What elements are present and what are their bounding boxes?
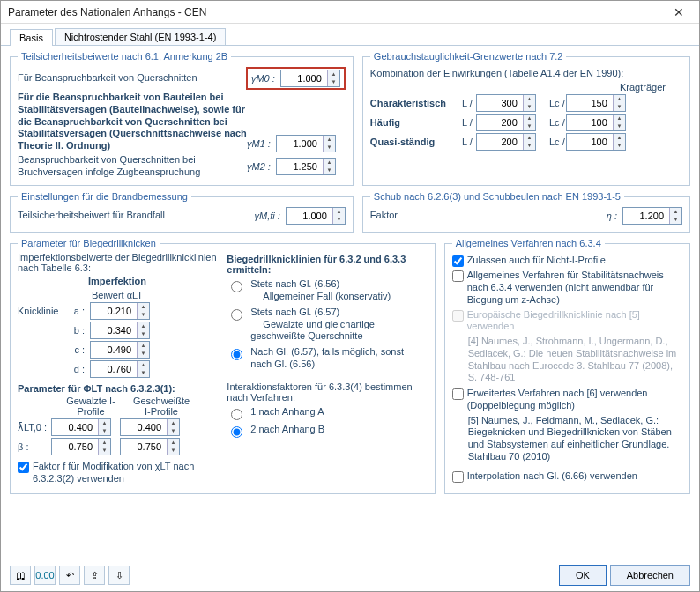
checkbox-general[interactable]: Allgemeines Verfahren für Stabilitäts­na… xyxy=(452,270,682,306)
group-shear: Schub nach 6.2.6(3) und Schubbeulen nach… xyxy=(362,191,690,233)
checkbox-interpolation[interactable]: Interpolation nach Gl. (6.66) verwenden xyxy=(452,470,682,483)
window-title: Parameter des Nationalen Anhangs - CEN xyxy=(8,6,666,18)
label: Für die Beanspruchbarkeit von Bauteilen … xyxy=(18,92,247,152)
input-gammaM0[interactable] xyxy=(281,70,327,86)
label: Für Beanspruchbarkeit von Querschnitten xyxy=(18,72,246,85)
spinner-gammaM2[interactable]: ▲▼ xyxy=(276,158,336,175)
group-partial-safety: Teilsicherheitsbeiwerte nach 6.1, Anmerk… xyxy=(10,51,354,186)
group-general-method: Allgemeines Verfahren nach 6.3.4 Zulasse… xyxy=(444,238,690,494)
cancel-button[interactable]: Abbrechen xyxy=(610,565,690,586)
radio-gl656[interactable]: Stets nach Gl. (6.56)Allgemeiner Fall (k… xyxy=(227,278,427,303)
help-icon[interactable]: 🕮 xyxy=(10,566,31,585)
tab-stainless[interactable]: Nichtrostender Stahl (EN 1993-1-4) xyxy=(55,28,226,45)
symbol: γM1 : xyxy=(247,138,271,149)
tab-basis[interactable]: Basis xyxy=(10,29,53,46)
group-ltb: Parameter für Biegedrillknicken Imperfek… xyxy=(10,238,436,494)
group-fire: Einstellungen für die Brandbemessung Tei… xyxy=(10,191,354,233)
close-icon[interactable]: ✕ xyxy=(666,5,692,19)
reference-5: [5] Naumes, J., Feldmann, M., Sedlacek, … xyxy=(468,415,682,463)
label: Beanspruchbarkeit von Querschnitten bei … xyxy=(18,154,247,179)
dialog-window: Parameter des Nationalen Anhangs - CEN ✕… xyxy=(0,0,700,592)
highlight-gammaM0: γM0 : ▲▼ xyxy=(246,67,346,90)
radio-anhang-b[interactable]: 2 nach Anhang B xyxy=(227,424,427,438)
checkbox-euro-curve: Europäische Biegedrillknicklinie nach [5… xyxy=(452,309,682,334)
radio-gl657-fallback[interactable]: Nach Gl. (6.57), falls möglich, sonst na… xyxy=(227,346,427,371)
group-serviceability: Gebrauchstauglichkeit-Grenzwerte nach 7.… xyxy=(362,51,690,186)
undo-icon[interactable]: ↶ xyxy=(59,566,80,585)
symbol: γM2 : xyxy=(247,161,271,172)
symbol: γM0 : xyxy=(251,73,275,84)
spinner-gammaM0[interactable]: ▲▼ xyxy=(280,70,340,87)
units-icon[interactable]: 0.00 xyxy=(34,566,56,585)
content: Teilsicherheitsbeiwerte nach 6.1, Anmerk… xyxy=(1,46,699,559)
checkbox-noni[interactable]: Zulassen auch für Nicht-I-Profile xyxy=(452,255,682,267)
spinner-gammaM1[interactable]: ▲▼ xyxy=(276,135,336,152)
up-icon[interactable]: ▲ xyxy=(328,70,339,78)
ok-button[interactable]: OK xyxy=(559,565,607,586)
legend: Gebrauchstauglichkeit-Grenzwerte nach 7.… xyxy=(370,51,567,62)
label-knicklinie: Knicklinie xyxy=(18,306,69,316)
legend: Teilsicherheitsbeiwerte nach 6.1, Anmerk… xyxy=(18,51,231,62)
footer: 🕮 0.00 ↶ ⇪ ⇩ OK Abbrechen xyxy=(1,559,699,591)
down-icon[interactable]: ▼ xyxy=(328,78,339,86)
checkbox-extended[interactable]: Erweitertes Verfahren nach [6] verwenden… xyxy=(452,388,682,412)
tab-row: Basis Nichtrostender Stahl (EN 1993-1-4) xyxy=(1,24,699,46)
reference-4: [4] Naumes, J., Strohmann, I., Ungermann… xyxy=(468,336,682,384)
radio-anhang-a[interactable]: 1 nach Anhang A xyxy=(227,406,427,420)
col-krag: Kragträger xyxy=(603,82,682,92)
titlebar: Parameter des Nationalen Anhangs - CEN ✕ xyxy=(1,1,699,24)
checkbox-factor-f[interactable]: Faktor f für Modifikation von χLT nach 6… xyxy=(18,461,218,485)
radio-gl657[interactable]: Stets nach Gl. (6.57)Gewalzte und gleich… xyxy=(227,307,427,343)
export-icon[interactable]: ⇪ xyxy=(84,566,105,585)
import-icon[interactable]: ⇩ xyxy=(108,566,130,585)
subtext: Kombination der Einwirkungen (Tabelle A1… xyxy=(370,68,682,78)
